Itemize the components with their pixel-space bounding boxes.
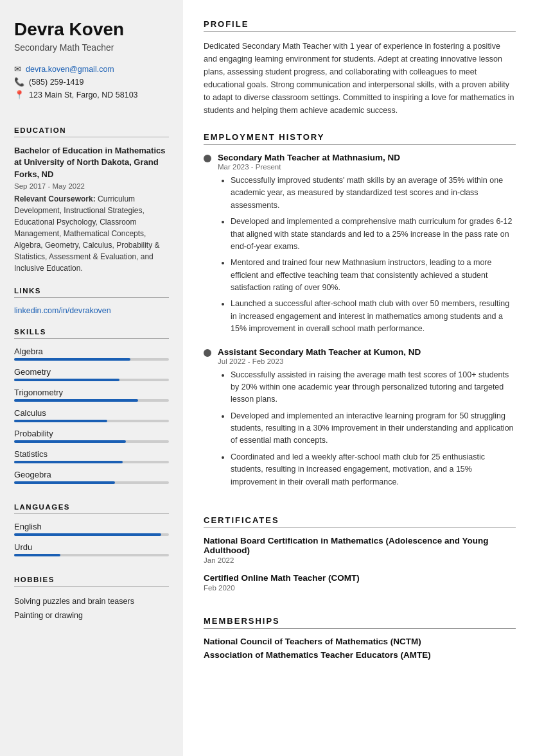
job-block: Assistant Secondary Math Teacher at Kumo… (204, 347, 516, 488)
lang-label: English (14, 522, 169, 531)
edu-courses-label: Relevant Coursework: (14, 194, 96, 203)
skills-list: Algebra Geometry Trigonometry Calculus P… (14, 347, 169, 490)
job-bullets: Successfully improved students' math ski… (222, 175, 516, 336)
language-item: Urdu (14, 542, 169, 556)
job-block: Secondary Math Teacher at Mathnasium, ND… (204, 153, 516, 336)
education-section-title: Education (14, 126, 169, 137)
job-bullet: Developed and implemented a comprehensiv… (231, 216, 516, 253)
skill-item: Geometry (14, 367, 169, 381)
edu-degree: Bachelor of Education in Mathematics at … (14, 145, 169, 180)
sidebar: Devra Koven Secondary Math Teacher ✉ dev… (0, 0, 183, 756)
email-icon: ✉ (14, 64, 21, 74)
certificates-list: National Board Certification in Mathemat… (204, 536, 516, 592)
skill-bar-bg (14, 358, 169, 361)
contact-block: ✉ devra.koven@gmail.com 📞 (585) 259-1419… (14, 64, 169, 99)
email-item: ✉ devra.koven@gmail.com (14, 64, 169, 74)
address-value: 123 Main St, Fargo, ND 58103 (29, 90, 138, 99)
language-item: English (14, 522, 169, 536)
skill-bar-fill (14, 481, 115, 484)
phone-item: 📞 (585) 259-1419 (14, 77, 169, 87)
main-content: Profile Dedicated Secondary Math Teacher… (183, 0, 535, 756)
skill-bar-bg (14, 481, 169, 484)
certificates-section-title: Certificates (204, 515, 516, 528)
job-bullet: Successfully improved students' math ski… (231, 175, 516, 212)
hobby-item: Solving puzzles and brain teasers (14, 594, 169, 609)
job-bullet: Developed and implemented an interactive… (231, 410, 516, 447)
location-icon: 📍 (14, 90, 24, 99)
job-bullet: Launched a successful after-school math … (231, 298, 516, 335)
lang-label: Urdu (14, 542, 169, 552)
skill-bar-fill (14, 440, 126, 443)
hobbies-list: Solving puzzles and brain teasersPaintin… (14, 594, 169, 623)
sidebar-name: Devra Koven (14, 19, 169, 40)
skill-bar-fill (14, 420, 107, 422)
employment-list: Secondary Math Teacher at Mathnasium, ND… (204, 153, 516, 488)
job-title: Assistant Secondary Math Teacher at Kumo… (218, 347, 421, 357)
linkedin-link[interactable]: linkedin.com/in/devrakoven (14, 306, 111, 315)
skill-label: Geometry (14, 367, 169, 377)
lang-bar-fill (14, 533, 161, 536)
skill-label: Calculus (14, 408, 169, 418)
skill-item: Calculus (14, 408, 169, 422)
membership-item: National Council of Teachers of Mathemat… (204, 637, 516, 646)
languages-section-title: Languages (14, 503, 169, 514)
job-bullet: Coordinated and led a weekly after-schoo… (231, 451, 516, 488)
job-bullet: Successfully assisted in raising the ave… (231, 369, 516, 406)
linkedin-link-item: linkedin.com/in/devrakoven (14, 305, 169, 315)
phone-icon: 📞 (14, 77, 24, 87)
skill-bar-bg (14, 461, 169, 463)
skill-label: Statistics (14, 449, 169, 459)
skill-item: Trigonometry (14, 388, 169, 402)
lang-bar-fill (14, 554, 60, 556)
lang-bar-bg (14, 533, 169, 536)
skills-section-title: Skills (14, 328, 169, 339)
skill-bar-fill (14, 358, 130, 361)
languages-list: English Urdu (14, 522, 169, 563)
profile-text: Dedicated Secondary Math Teacher with 1 … (204, 40, 516, 117)
edu-courses-text: Curriculum Development, Instructional St… (14, 194, 160, 273)
hobbies-section-title: Hobbies (14, 576, 169, 587)
job-dot (204, 349, 211, 357)
cert-name: National Board Certification in Mathemat… (204, 536, 516, 555)
cert-block: National Board Certification in Mathemat… (204, 536, 516, 564)
skill-item: Algebra (14, 347, 169, 361)
employment-section-title: Employment History (204, 132, 516, 145)
skill-bar-fill (14, 461, 123, 463)
cert-date: Feb 2020 (204, 584, 516, 592)
address-item: 📍 123 Main St, Fargo, ND 58103 (14, 90, 169, 99)
job-header: Assistant Secondary Math Teacher at Kumo… (204, 347, 516, 357)
cert-date: Jan 2022 (204, 556, 516, 564)
skill-bar-fill (14, 379, 119, 381)
links-section-title: Links (14, 287, 169, 298)
job-dates: Jul 2022 - Feb 2023 (218, 357, 516, 365)
skill-bar-bg (14, 420, 169, 422)
memberships-section-title: Memberships (204, 616, 516, 629)
phone-value: (585) 259-1419 (29, 78, 83, 87)
sidebar-subtitle: Secondary Math Teacher (14, 42, 169, 53)
email-link[interactable]: devra.koven@gmail.com (26, 65, 114, 74)
skill-bar-bg (14, 399, 169, 402)
skill-label: Probability (14, 429, 169, 438)
skill-bar-bg (14, 440, 169, 443)
skill-label: Geogebra (14, 470, 169, 479)
profile-section-title: Profile (204, 19, 516, 32)
skill-item: Probability (14, 429, 169, 443)
skill-item: Geogebra (14, 470, 169, 484)
job-bullet: Mentored and trained four new Mathnasium… (231, 257, 516, 294)
job-dot (204, 155, 211, 162)
job-header: Secondary Math Teacher at Mathnasium, ND (204, 153, 516, 162)
memberships-list: National Council of Teachers of Mathemat… (204, 637, 516, 660)
cert-block: Certified Online Math Teacher (COMT) Feb… (204, 573, 516, 592)
skill-bar-fill (14, 399, 138, 402)
skill-bar-bg (14, 379, 169, 381)
hobby-item: Painting or drawing (14, 608, 169, 623)
job-title: Secondary Math Teacher at Mathnasium, ND (218, 153, 400, 162)
edu-dates: Sep 2017 - May 2022 (14, 182, 169, 190)
membership-item: Association of Mathematics Teacher Educa… (204, 650, 516, 660)
edu-courses: Relevant Coursework: Curriculum Developm… (14, 193, 169, 274)
skill-label: Algebra (14, 347, 169, 356)
skill-item: Statistics (14, 449, 169, 463)
job-bullets: Successfully assisted in raising the ave… (222, 369, 516, 488)
lang-bar-bg (14, 554, 169, 556)
job-dates: Mar 2023 - Present (218, 163, 516, 171)
